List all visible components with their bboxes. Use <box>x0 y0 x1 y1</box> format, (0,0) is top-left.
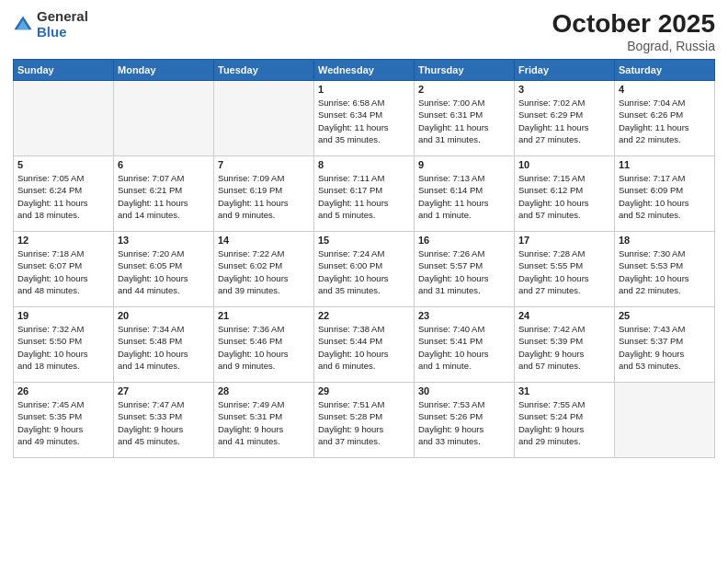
day-info-line: and 45 minutes. <box>118 435 210 447</box>
calendar-cell: 17Sunrise: 7:28 AMSunset: 5:55 PMDayligh… <box>515 232 615 307</box>
day-info-line: Daylight: 10 hours <box>318 272 410 284</box>
day-info-line: Daylight: 9 hours <box>518 348 610 360</box>
day-info: Sunrise: 7:36 AMSunset: 5:46 PMDaylight:… <box>218 323 310 372</box>
day-info-line: Daylight: 10 hours <box>218 348 310 360</box>
day-number: 6 <box>118 159 210 170</box>
day-number: 19 <box>17 310 109 321</box>
day-info-line: Daylight: 10 hours <box>218 272 310 284</box>
day-info: Sunrise: 7:32 AMSunset: 5:50 PMDaylight:… <box>17 323 109 372</box>
day-info: Sunrise: 7:45 AMSunset: 5:35 PMDaylight:… <box>17 398 109 447</box>
day-info-line: Sunset: 5:35 PM <box>17 410 109 422</box>
day-info-line: Daylight: 11 hours <box>318 197 410 209</box>
day-number: 14 <box>218 235 310 246</box>
day-info-line: Sunset: 6:31 PM <box>418 109 510 121</box>
day-info-line: Daylight: 9 hours <box>218 423 310 435</box>
day-info-line: Daylight: 11 hours <box>318 121 410 133</box>
day-info-line: Sunrise: 7:43 AM <box>619 323 711 335</box>
day-info-line: Sunrise: 7:04 AM <box>619 97 711 109</box>
day-info: Sunrise: 7:26 AMSunset: 5:57 PMDaylight:… <box>418 247 510 296</box>
day-info-line: Sunset: 5:44 PM <box>318 335 410 347</box>
day-info-line: Sunset: 6:07 PM <box>17 259 109 271</box>
day-info-line: Daylight: 9 hours <box>318 423 410 435</box>
calendar-cell: 2Sunrise: 7:00 AMSunset: 6:31 PMDaylight… <box>415 81 515 156</box>
day-info-line: Sunrise: 7:22 AM <box>218 247 310 259</box>
day-info-line: and 18 minutes. <box>17 360 109 372</box>
day-info-line: Sunrise: 7:11 AM <box>318 172 410 184</box>
calendar-cell: 6Sunrise: 7:07 AMSunset: 6:21 PMDaylight… <box>114 156 214 232</box>
day-info-line: Sunrise: 7:53 AM <box>418 398 510 410</box>
calendar-cell: 15Sunrise: 7:24 AMSunset: 6:00 PMDayligh… <box>314 232 415 307</box>
logo: General Blue <box>13 9 88 40</box>
day-info: Sunrise: 7:51 AMSunset: 5:28 PMDaylight:… <box>318 398 410 447</box>
day-info-line: Sunrise: 7:38 AM <box>318 323 410 335</box>
day-info-line: and 27 minutes. <box>518 133 610 145</box>
day-info-line: Sunset: 5:26 PM <box>418 410 510 422</box>
day-info-line: and 1 minute. <box>418 360 510 372</box>
day-info-line: Daylight: 10 hours <box>518 197 610 209</box>
day-info-line: Sunset: 6:05 PM <box>118 259 210 271</box>
day-info-line: Sunset: 5:57 PM <box>418 259 510 271</box>
day-number: 2 <box>418 84 510 95</box>
day-info-line: and 1 minute. <box>418 209 510 221</box>
day-info-line: Sunrise: 7:20 AM <box>118 247 210 259</box>
day-info-line: Sunset: 5:48 PM <box>118 335 210 347</box>
day-info-line: Daylight: 10 hours <box>318 348 410 360</box>
day-info-line: and 6 minutes. <box>318 360 410 372</box>
calendar-cell: 31Sunrise: 7:55 AMSunset: 5:24 PMDayligh… <box>515 383 615 458</box>
day-info-line: Sunrise: 7:00 AM <box>418 97 510 109</box>
calendar-cell: 4Sunrise: 7:04 AMSunset: 6:26 PMDaylight… <box>615 81 715 156</box>
day-number: 1 <box>318 84 410 95</box>
calendar-cell: 1Sunrise: 6:58 AMSunset: 6:34 PMDaylight… <box>314 81 415 156</box>
day-info-line: Sunrise: 7:51 AM <box>318 398 410 410</box>
day-info-line: and 44 minutes. <box>118 284 210 296</box>
day-number: 9 <box>418 159 510 170</box>
day-info-line: and 5 minutes. <box>318 209 410 221</box>
day-info: Sunrise: 7:24 AMSunset: 6:00 PMDaylight:… <box>318 247 410 296</box>
day-info-line: Sunrise: 7:09 AM <box>218 172 310 184</box>
day-number: 21 <box>218 310 310 321</box>
logo-blue: Blue <box>37 25 88 40</box>
day-info-line: Sunset: 5:55 PM <box>518 259 610 271</box>
day-number: 5 <box>17 159 109 170</box>
logo-general: General <box>37 9 88 25</box>
day-info-line: and 49 minutes. <box>17 435 109 447</box>
day-info: Sunrise: 7:40 AMSunset: 5:41 PMDaylight:… <box>418 323 510 372</box>
day-info-line: Sunrise: 7:26 AM <box>418 247 510 259</box>
title-block: October 2025 Bograd, Russia <box>552 9 715 53</box>
day-info-line: Sunrise: 7:17 AM <box>619 172 711 184</box>
day-info-line: and 14 minutes. <box>118 209 210 221</box>
day-info-line: Sunset: 6:29 PM <box>518 109 610 121</box>
day-info-line: Daylight: 9 hours <box>418 423 510 435</box>
calendar-cell: 13Sunrise: 7:20 AMSunset: 6:05 PMDayligh… <box>114 232 214 307</box>
day-number: 28 <box>218 385 310 396</box>
day-number: 26 <box>17 385 109 396</box>
col-sunday: Sunday <box>14 60 114 81</box>
calendar-cell: 11Sunrise: 7:17 AMSunset: 6:09 PMDayligh… <box>615 156 715 232</box>
day-info-line: Sunrise: 7:05 AM <box>17 172 109 184</box>
day-info-line: and 35 minutes. <box>318 284 410 296</box>
day-info-line: Daylight: 11 hours <box>418 197 510 209</box>
day-number: 30 <box>418 385 510 396</box>
day-info-line: Sunset: 5:46 PM <box>218 335 310 347</box>
calendar-table: Sunday Monday Tuesday Wednesday Thursday… <box>13 59 715 458</box>
calendar-cell: 10Sunrise: 7:15 AMSunset: 6:12 PMDayligh… <box>515 156 615 232</box>
calendar-cell <box>114 81 214 156</box>
day-number: 15 <box>318 235 410 246</box>
calendar-cell: 12Sunrise: 7:18 AMSunset: 6:07 PMDayligh… <box>14 232 114 307</box>
calendar-cell: 25Sunrise: 7:43 AMSunset: 5:37 PMDayligh… <box>615 307 715 383</box>
calendar-cell: 7Sunrise: 7:09 AMSunset: 6:19 PMDaylight… <box>214 156 314 232</box>
day-info: Sunrise: 7:18 AMSunset: 6:07 PMDaylight:… <box>17 247 109 296</box>
day-info-line: Sunrise: 7:36 AM <box>218 323 310 335</box>
day-info: Sunrise: 7:20 AMSunset: 6:05 PMDaylight:… <box>118 247 210 296</box>
day-info-line: and 41 minutes. <box>218 435 310 447</box>
day-info-line: Daylight: 10 hours <box>17 272 109 284</box>
day-number: 20 <box>118 310 210 321</box>
day-info-line: and 31 minutes. <box>418 284 510 296</box>
calendar-cell: 27Sunrise: 7:47 AMSunset: 5:33 PMDayligh… <box>114 383 214 458</box>
day-info-line: Sunrise: 7:30 AM <box>619 247 711 259</box>
day-info-line: Sunset: 5:39 PM <box>518 335 610 347</box>
day-info: Sunrise: 7:28 AMSunset: 5:55 PMDaylight:… <box>518 247 610 296</box>
day-number: 25 <box>619 310 711 321</box>
day-info-line: Daylight: 10 hours <box>118 348 210 360</box>
day-info-line: Daylight: 9 hours <box>619 348 711 360</box>
